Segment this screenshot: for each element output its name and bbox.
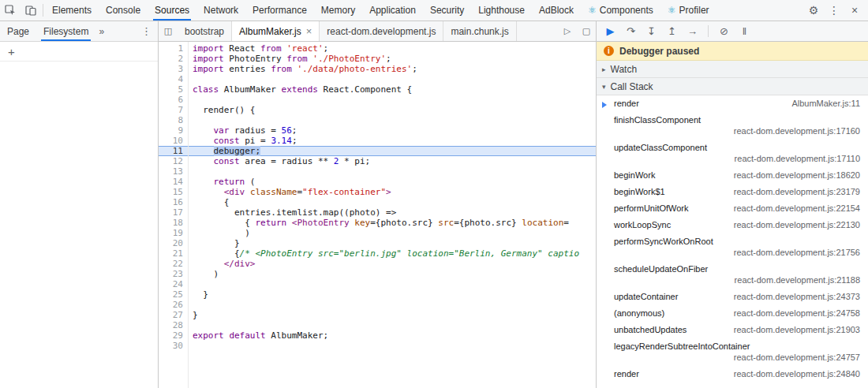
- line-number[interactable]: 16: [159, 197, 188, 207]
- line-number[interactable]: 18: [159, 218, 188, 228]
- tab-overflow-chevron-icon[interactable]: »: [95, 26, 107, 37]
- pause-on-exceptions-icon[interactable]: ‖: [735, 22, 754, 40]
- code-lines[interactable]: import React from 'react';import PhotoEn…: [189, 42, 596, 388]
- call-stack-frame[interactable]: renderreact-dom.development.js:24840: [597, 366, 868, 382]
- line-number[interactable]: 6: [159, 95, 188, 105]
- line-number[interactable]: 1: [159, 43, 188, 54]
- line-number[interactable]: 23: [159, 269, 188, 279]
- code-token: "flex-container": [302, 187, 386, 197]
- step-into-icon[interactable]: ↧: [642, 22, 660, 40]
- inspect-icon[interactable]: [0, 0, 21, 21]
- call-stack-frame[interactable]: updateContainerreact-dom.development.js:…: [597, 289, 868, 305]
- step-over-icon[interactable]: ↷: [622, 22, 640, 40]
- line-number[interactable]: 25: [159, 289, 188, 300]
- line-number[interactable]: 15: [159, 187, 188, 197]
- line-number[interactable]: 7: [159, 105, 188, 115]
- call-stack-frame[interactable]: unbatchedUpdatesreact-dom.development.js…: [597, 322, 868, 338]
- line-number[interactable]: 8: [159, 115, 188, 125]
- tab-components[interactable]: ⚛Components: [581, 0, 660, 21]
- line-number[interactable]: 26: [159, 300, 188, 310]
- add-folder-button[interactable]: +: [0, 45, 23, 58]
- tab-sources[interactable]: Sources: [148, 0, 196, 21]
- file-tab-label: main.chunk.js: [451, 26, 508, 37]
- line-number[interactable]: 20: [159, 238, 188, 248]
- line-number[interactable]: 10: [159, 136, 188, 146]
- call-stack-frame[interactable]: (anonymous)react-dom.development.js:2475…: [597, 305, 868, 322]
- tab-security[interactable]: Security: [423, 0, 471, 21]
- code-line: const pi = 3.14;: [189, 136, 596, 146]
- call-stack-frame[interactable]: updateClassComponentreact-dom.developmen…: [597, 140, 868, 167]
- step-out-icon[interactable]: ↥: [663, 22, 681, 40]
- line-number[interactable]: 19: [159, 228, 188, 238]
- watch-section-header[interactable]: ▸ Watch: [597, 61, 868, 78]
- call-stack-frame[interactable]: workLoopSyncreact-dom.development.js:221…: [597, 217, 868, 233]
- line-number[interactable]: 14: [159, 177, 188, 187]
- line-number[interactable]: 4: [159, 74, 188, 84]
- line-number[interactable]: 11: [159, 146, 188, 156]
- code-line: render() {: [189, 105, 596, 115]
- tab-profiler[interactable]: ⚛Profiler: [660, 0, 716, 21]
- sidebar-tab-page[interactable]: Page: [0, 21, 36, 41]
- line-number[interactable]: 24: [159, 279, 188, 289]
- code-token: >: [386, 187, 391, 197]
- watch-section-label: Watch: [611, 64, 638, 75]
- resume-icon[interactable]: ▶: [601, 22, 619, 40]
- line-number[interactable]: 5: [159, 84, 188, 95]
- close-icon[interactable]: ×: [844, 0, 865, 21]
- step-icon[interactable]: →: [683, 22, 702, 40]
- line-number[interactable]: 29: [159, 330, 188, 341]
- line-number[interactable]: 27: [159, 310, 188, 320]
- call-stack-frame[interactable]: beginWork$1react-dom.development.js:2317…: [597, 184, 868, 200]
- line-number[interactable]: 12: [159, 156, 188, 166]
- close-tab-icon[interactable]: ×: [306, 26, 312, 36]
- navigator-kebab-menu-icon[interactable]: ⋮: [135, 25, 158, 37]
- line-number[interactable]: 9: [159, 125, 188, 136]
- tab-adblock[interactable]: AdBlock: [532, 0, 581, 21]
- code-token: }: [193, 289, 208, 300]
- device-toolbar-icon[interactable]: [21, 0, 41, 21]
- kebab-menu-icon[interactable]: ⋮: [824, 0, 844, 21]
- frame-location: react-dom.development.js:21903: [734, 324, 860, 335]
- call-stack-frame[interactable]: renderAlbumMaker.js:11: [597, 95, 868, 112]
- line-number[interactable]: 28: [159, 320, 188, 330]
- code-line: entries.itemlist.map((photo) =>: [189, 207, 596, 218]
- gutter[interactable]: 1234567891011121314151617181920212223242…: [159, 42, 189, 388]
- line-number[interactable]: 17: [159, 207, 188, 218]
- line-number[interactable]: 21: [159, 248, 188, 259]
- call-stack-section-header[interactable]: ▾ Call Stack: [597, 78, 868, 95]
- line-number[interactable]: 22: [159, 259, 188, 269]
- call-stack-frame[interactable]: scheduleUpdateOnFiberreact-dom.developme…: [597, 261, 868, 289]
- call-stack-frame[interactable]: finishClassComponentreact-dom.developmen…: [597, 112, 868, 140]
- editor-panel-icon[interactable]: ▢: [577, 21, 596, 41]
- navigator-file-list[interactable]: [0, 62, 158, 388]
- line-number[interactable]: 13: [159, 166, 188, 177]
- tab-label: Network: [204, 5, 238, 16]
- tab-elements[interactable]: Elements: [45, 0, 99, 21]
- tab-lighthouse[interactable]: Lighthouse: [471, 0, 532, 21]
- tab-memory[interactable]: Memory: [314, 0, 362, 21]
- call-stack-frame[interactable]: beginWorkreact-dom.development.js:18620: [597, 167, 868, 184]
- tab-performance[interactable]: Performance: [245, 0, 314, 21]
- code-token: var: [214, 125, 230, 136]
- devtools-window: ElementsConsoleSourcesNetworkPerformance…: [0, 0, 868, 388]
- panel-left-icon[interactable]: ◫: [159, 21, 178, 41]
- call-stack-frame[interactable]: performSyncWorkOnRootreact-dom.developme…: [597, 233, 868, 261]
- code-token: <div: [224, 187, 245, 197]
- file-tab-albummaker.js[interactable]: AlbumMaker.js×: [232, 21, 320, 41]
- tab-console[interactable]: Console: [99, 0, 148, 21]
- call-stack-frame[interactable]: legacyRenderSubtreeIntoContainerreact-do…: [597, 338, 868, 366]
- sidebar-tab-filesystem[interactable]: Filesystem: [36, 21, 95, 41]
- file-tab-react-dom.development.js[interactable]: react-dom.development.js: [320, 21, 443, 41]
- call-stack-frame[interactable]: performUnitOfWorkreact-dom.development.j…: [597, 200, 868, 217]
- line-number[interactable]: 3: [159, 64, 188, 74]
- file-tab-bootstrap[interactable]: bootstrap: [178, 21, 232, 41]
- settings-gear-icon[interactable]: ⚙: [803, 0, 824, 21]
- tab-application[interactable]: Application: [362, 0, 423, 21]
- line-number[interactable]: 30: [159, 341, 188, 351]
- tab-network[interactable]: Network: [196, 0, 245, 21]
- tab-scroll-right-icon[interactable]: ▷: [558, 21, 577, 41]
- deactivate-breakpoints-icon[interactable]: ⊘: [715, 22, 733, 40]
- line-number[interactable]: 2: [159, 54, 188, 64]
- code-line: import React from 'react';: [189, 43, 596, 54]
- file-tab-main.chunk.js[interactable]: main.chunk.js: [443, 21, 516, 41]
